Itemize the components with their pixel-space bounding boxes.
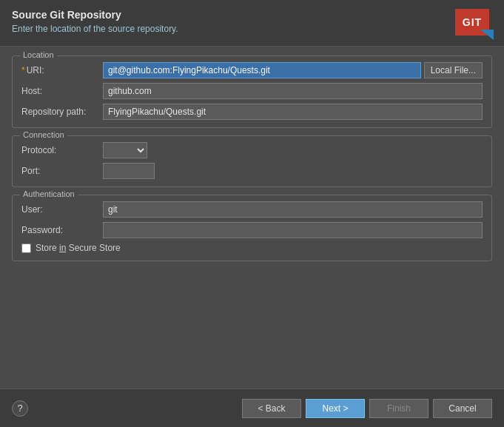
local-file-button[interactable]: Local File... (424, 62, 483, 78)
host-row: Host: (21, 83, 483, 99)
user-row: User: (21, 201, 483, 218)
git-logo-box: GIT (455, 9, 489, 36)
dialog-subtitle: Enter the location of the source reposit… (12, 24, 178, 34)
uri-input[interactable] (103, 62, 421, 78)
authentication-section: Authentication User: Password: Store in … (12, 195, 492, 261)
git-logo: GIT (455, 9, 492, 38)
dialog-title: Source Git Repository (12, 9, 178, 21)
footer-left: ? (12, 400, 28, 417)
store-label[interactable]: Store in Secure Store (36, 243, 121, 253)
footer-right: < Back Next > Finish Cancel (242, 399, 492, 418)
repo-path-input[interactable] (103, 104, 483, 120)
uri-row: *URI: Local File... (21, 62, 483, 78)
header-text-block: Source Git Repository Enter the location… (12, 9, 178, 34)
uri-label: *URI: (21, 65, 103, 75)
store-checkbox[interactable] (21, 243, 31, 253)
connection-section-label: Connection (20, 130, 67, 139)
dialog-header: Source Git Repository Enter the location… (0, 0, 504, 47)
user-label: User: (21, 204, 103, 215)
protocol-select[interactable]: ssh http https (103, 142, 147, 158)
user-input[interactable] (103, 201, 483, 218)
protocol-label: Protocol: (21, 145, 103, 155)
host-label: Host: (21, 86, 103, 96)
location-section: Location *URI: Local File... Host: Repos… (12, 56, 492, 128)
password-label: Password: (21, 225, 103, 235)
back-button[interactable]: < Back (242, 399, 301, 418)
repo-path-label: Repository path: (21, 107, 103, 117)
host-input[interactable] (103, 83, 483, 99)
port-input[interactable] (103, 163, 155, 179)
next-button[interactable]: Next > (306, 399, 365, 418)
dialog-footer: ? < Back Next > Finish Cancel (0, 389, 504, 427)
repo-path-row: Repository path: (21, 104, 483, 120)
password-input[interactable] (103, 222, 483, 238)
password-row: Password: (21, 222, 483, 238)
location-section-label: Location (20, 50, 57, 59)
uri-asterisk: * (21, 65, 25, 75)
port-label: Port: (21, 166, 103, 176)
connection-section: Connection Protocol: ssh http https Port… (12, 135, 492, 187)
help-button[interactable]: ? (12, 400, 28, 417)
port-row: Port: (21, 163, 483, 179)
uri-input-wrap: Local File... (103, 62, 483, 78)
authentication-section-label: Authentication (20, 189, 78, 198)
dialog-main: Location *URI: Local File... Host: Repos… (0, 47, 504, 389)
cancel-button[interactable]: Cancel (433, 399, 492, 418)
finish-button[interactable]: Finish (369, 399, 429, 418)
protocol-row: Protocol: ssh http https (21, 142, 483, 158)
store-checkbox-row: Store in Secure Store (21, 243, 483, 253)
